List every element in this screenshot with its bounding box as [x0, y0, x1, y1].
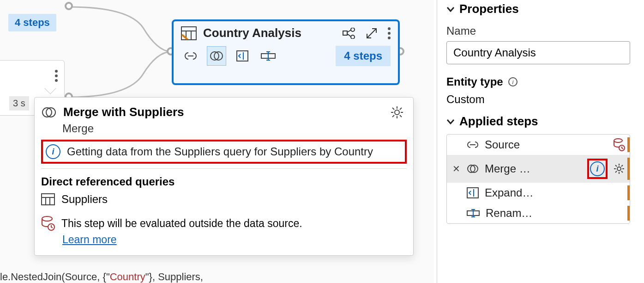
step-label: Expand… [485, 186, 625, 199]
applied-steps-title: Applied steps [459, 114, 538, 129]
rename-step-icon[interactable] [259, 46, 278, 66]
name-input[interactable] [446, 41, 630, 64]
svg-point-47 [617, 167, 621, 171]
connection-dot [65, 2, 73, 10]
delete-step-button[interactable]: ✕ [451, 163, 461, 174]
rename-icon [466, 209, 480, 218]
more-icon[interactable] [388, 27, 391, 39]
database-clock-icon [41, 216, 55, 231]
svg-rect-35 [42, 194, 54, 205]
svg-point-0 [55, 70, 58, 73]
learn-more-link[interactable]: Learn more [62, 234, 117, 246]
info-icon: i [46, 144, 60, 159]
tooltip-info-highlight: i Getting data from the Suppliers query … [41, 140, 407, 164]
svg-line-53 [621, 171, 623, 172]
link-step-icon[interactable] [181, 46, 200, 66]
svg-point-13 [388, 27, 391, 30]
info-highlight: i [587, 159, 608, 179]
expand-column-step-icon[interactable] [233, 46, 252, 66]
step-source[interactable]: ✕ Source [447, 135, 630, 155]
merge-step-icon[interactable] [207, 46, 226, 66]
svg-line-54 [615, 171, 617, 172]
steps-badge-partial: 3 s [9, 96, 29, 111]
step-indicator-bar [627, 158, 630, 180]
table-icon [41, 193, 55, 205]
svg-line-52 [615, 165, 617, 166]
node-title: Country Analysis [203, 26, 343, 40]
svg-line-34 [400, 108, 402, 110]
step-label: Renam… [486, 207, 625, 220]
step-indicator-bar [627, 137, 630, 152]
svg-rect-7 [343, 31, 347, 35]
steps-badge: 4 steps [336, 46, 391, 66]
svg-point-8 [351, 28, 355, 31]
svg-point-14 [388, 32, 391, 35]
chevron-down-icon [446, 6, 455, 12]
gear-icon[interactable] [390, 105, 404, 119]
step-indicator-bar [627, 206, 630, 221]
entity-type-value: Custom [446, 93, 639, 106]
step-expand[interactable]: ✕ Expand… [447, 183, 630, 203]
svg-line-55 [621, 165, 623, 166]
name-label: Name [446, 25, 639, 37]
chevron-down-icon [446, 119, 455, 124]
referenced-queries-title: Direct referenced queries [35, 175, 413, 192]
query-node-country-analysis[interactable]: Country Analysis 4 steps [172, 19, 400, 85]
svg-point-39 [42, 216, 52, 221]
gear-icon[interactable] [613, 163, 625, 175]
step-label: Merge … [485, 162, 582, 175]
expand-icon[interactable] [366, 27, 378, 39]
svg-line-12 [367, 29, 376, 38]
step-indicator-bar [627, 185, 630, 200]
svg-line-32 [400, 115, 402, 117]
eval-note: This step will be evaluated outside the … [61, 217, 302, 230]
svg-rect-3 [181, 27, 196, 40]
svg-text:i: i [512, 79, 514, 86]
formula-bar-fragment: le.NestedJoin(Source, {"Country"}, Suppl… [0, 271, 203, 283]
svg-line-11 [347, 34, 351, 37]
properties-title: Properties [459, 2, 519, 16]
share-icon[interactable] [343, 28, 355, 39]
svg-point-15 [388, 37, 391, 39]
link-icon [466, 141, 479, 148]
merge-icon [41, 107, 57, 118]
svg-point-9 [351, 35, 355, 39]
step-rename[interactable]: ✕ Renam… [447, 203, 630, 223]
tooltip-info-text: Getting data from the Suppliers query fo… [67, 145, 373, 158]
applied-steps-list: ✕ Source ✕ Merge … i ✕ Expand… [446, 134, 630, 224]
referenced-query-name[interactable]: Suppliers [61, 193, 108, 206]
tooltip-subtitle: Merge [35, 121, 413, 137]
expand-column-icon [466, 187, 479, 199]
step-label: Source [485, 138, 608, 151]
diagram-canvas[interactable]: 4 steps 3 s Country Analysis [0, 0, 434, 283]
svg-point-26 [395, 110, 399, 115]
database-clock-icon [613, 138, 625, 151]
merge-icon [466, 164, 479, 173]
step-merge[interactable]: ✕ Merge … i [447, 155, 630, 183]
svg-point-43 [614, 139, 622, 142]
svg-line-10 [347, 30, 351, 32]
svg-point-2 [55, 79, 58, 82]
steps-badge: 4 steps [8, 14, 56, 31]
info-icon[interactable]: i [590, 161, 605, 176]
entity-type-label: Entity type [446, 75, 503, 88]
svg-point-1 [55, 74, 58, 77]
table-icon [181, 26, 197, 40]
step-tooltip: Merge with Suppliers Merge i Getting dat… [34, 97, 414, 256]
tooltip-title: Merge with Suppliers [63, 105, 390, 119]
applied-steps-collapser[interactable]: Applied steps [446, 114, 639, 129]
properties-collapser[interactable]: Properties [446, 2, 639, 16]
more-icon[interactable] [55, 70, 58, 82]
svg-line-31 [392, 108, 394, 110]
divider [41, 168, 407, 169]
properties-panel: Properties Name Entity type i Custom App… [437, 0, 644, 283]
svg-line-33 [392, 115, 394, 117]
info-icon[interactable]: i [508, 77, 518, 87]
